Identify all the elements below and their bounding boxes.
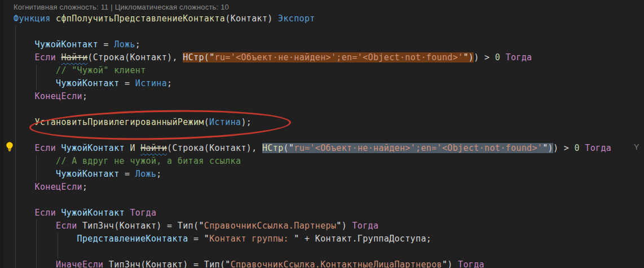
- code-line[interactable]: [0, 103, 644, 116]
- code-line[interactable]: Если Найти(Строка(Контакт), НСтр("ru='<О…: [0, 51, 644, 64]
- code-token: =: [120, 169, 135, 179]
- code-token: Функция: [14, 14, 56, 24]
- lightbulb-icon[interactable]: [5, 141, 15, 152]
- indent-guide: [36, 168, 37, 181]
- code-token: [14, 39, 35, 50]
- code-line[interactable]: [0, 25, 644, 38]
- code-token: (: [204, 143, 209, 153]
- code-line[interactable]: ИначеЕсли ТипЗнч(Контакт) = Тип("Справоч…: [0, 258, 644, 268]
- indent-guide: [15, 233, 16, 245]
- code-line[interactable]: Если ЧужойКонтакт И Найти(Строка(Контакт…: [0, 142, 644, 155]
- code-token: (: [204, 52, 209, 62]
- code-token: (: [204, 117, 209, 127]
- code-token: =: [98, 39, 114, 50]
- code-token: =: [120, 78, 135, 88]
- code-token: Истина: [209, 117, 241, 127]
- code-line[interactable]: УстановитьПривилегированныйРежим(Истина)…: [0, 116, 644, 129]
- code-token: =: [188, 234, 204, 244]
- code-token: ru='<Объект·не·найден>';en='<Object·not·…: [294, 143, 542, 153]
- code-line[interactable]: // "Чужой" клиент: [0, 64, 644, 77]
- code-token: Если: [35, 52, 61, 62]
- code-token: Контакт: [231, 14, 268, 24]
- code-token: ): [553, 143, 558, 153]
- indent-guide: [15, 90, 16, 103]
- code-token: ПредставлениеКонтакта: [77, 234, 188, 244]
- indent-guide: [36, 258, 37, 268]
- code-token: Найти: [61, 52, 87, 62]
- indent-guide: [15, 168, 16, 181]
- code-token: [14, 91, 35, 101]
- code-line[interactable]: Если ЧужойКонтакт Тогда: [0, 207, 644, 220]
- codelens-complexity[interactable]: Когнитивная сложность: 11 | Цикломатичес…: [14, 2, 229, 12]
- code-token: КонецЕсли: [35, 182, 82, 192]
- code-line[interactable]: ЧужойКонтакт = Ложь;: [0, 38, 644, 51]
- code-token: (: [225, 14, 230, 24]
- code-token: ЧужойКонтакт: [61, 143, 125, 153]
- code-token: ;: [82, 91, 87, 101]
- code-line[interactable]: Функция сфпПолучитьПредставлениеКонтакта…: [0, 12, 644, 25]
- code-token: Ложь: [114, 39, 135, 50]
- code-token: );: [241, 117, 252, 127]
- code-token: Найти: [140, 143, 167, 153]
- code-token: [125, 143, 130, 153]
- indent-guide: [36, 233, 37, 245]
- code-token: ": [225, 260, 230, 268]
- code-token: [14, 52, 35, 62]
- code-token: НСтр: [262, 143, 284, 153]
- indent-guide: [36, 245, 37, 258]
- code-line[interactable]: Если ТипЗнч(Контакт) = Тип("СправочникСс…: [0, 220, 644, 233]
- indent-guide: [15, 194, 16, 207]
- indent-guide: [58, 233, 58, 245]
- code-line[interactable]: КонецЕсли;: [0, 181, 644, 194]
- indent-guide: [15, 64, 16, 77]
- code-token: ;: [82, 182, 87, 192]
- indent-guide: [36, 64, 37, 77]
- code-line[interactable]: [0, 129, 644, 142]
- code-line[interactable]: [0, 245, 644, 258]
- code-token: ИначеЕсли: [56, 260, 109, 268]
- code-token: [14, 169, 56, 179]
- code-token: (: [220, 260, 225, 268]
- code-line[interactable]: КонецЕсли;: [0, 90, 644, 103]
- code-editor[interactable]: Когнитивная сложность: 11 | Цикломатичес…: [0, 0, 644, 268]
- indent-guide: [15, 38, 16, 51]
- code-token: Тип: [178, 221, 193, 231]
- code-token: [14, 143, 35, 153]
- code-line[interactable]: ПредставлениеКонтакта = "Контакт группы:…: [0, 233, 644, 245]
- code-token: Строка: [93, 52, 125, 62]
- code-token: Тогда: [585, 143, 611, 153]
- code-token: [14, 78, 56, 88]
- code-token: ) =: [183, 260, 204, 268]
- code-token: сфпПолучитьПредставлениеКонтакта: [56, 14, 225, 24]
- indent-guide: [15, 25, 16, 38]
- code-line[interactable]: ЧужойКонтакт = Ложь;: [0, 168, 644, 181]
- code-token: Если: [35, 143, 61, 153]
- code-token: Контакт: [146, 260, 183, 268]
- code-line[interactable]: // А вдруг не чужой, а битая ссылка: [0, 155, 644, 168]
- code-token: [14, 182, 35, 192]
- indent-guide: [15, 155, 16, 168]
- code-token: Тип: [204, 260, 220, 268]
- code-token: ": [442, 260, 447, 268]
- code-token: ЧужойКонтакт: [56, 169, 120, 179]
- indent-guide: [15, 77, 16, 90]
- indent-guide: [58, 245, 58, 258]
- code-token: Строка: [172, 143, 204, 153]
- code-token: ): [548, 143, 553, 153]
- code-token: ТипЗнч: [82, 221, 114, 231]
- code-token: ): [474, 52, 479, 62]
- code-token: ЧужойКонтакт: [56, 78, 120, 88]
- code-line[interactable]: [0, 194, 644, 207]
- code-token: Контакт: [130, 52, 167, 62]
- code-token: Экспорт: [278, 14, 315, 24]
- code-token: ): [447, 260, 458, 268]
- code-token: ) =: [156, 221, 178, 231]
- indent-guide: [15, 245, 16, 258]
- code-token: [14, 65, 56, 75]
- code-token: Если: [35, 208, 61, 218]
- code-token: (: [125, 52, 130, 62]
- code-token: ;: [156, 169, 161, 179]
- code-token: [135, 143, 140, 153]
- code-line[interactable]: ЧужойКонтакт = Истина;: [0, 77, 644, 90]
- code-token: [14, 260, 56, 268]
